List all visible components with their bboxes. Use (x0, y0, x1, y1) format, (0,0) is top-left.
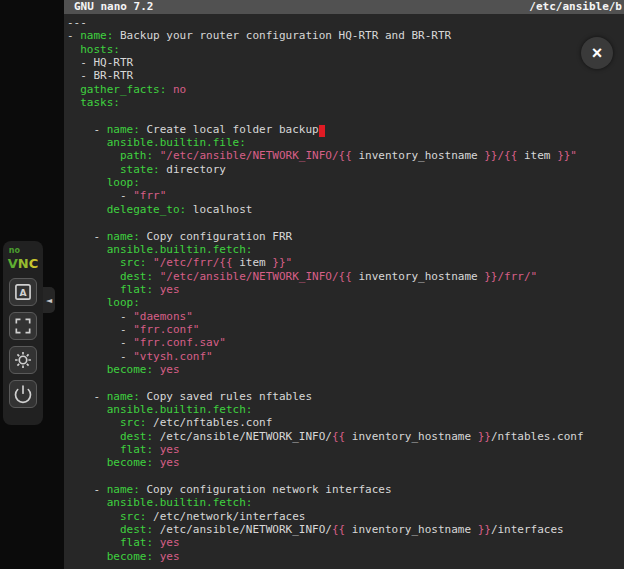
fullscreen-button[interactable] (9, 312, 37, 340)
code-line: flat: yes (67, 283, 624, 296)
controlbar-handle[interactable]: ◄ (43, 287, 55, 313)
code-token: Backup your router configuration HQ-RTR … (113, 29, 451, 42)
code-token: "daemons" (133, 310, 193, 323)
code-line: state: directory (67, 163, 624, 176)
code-token: src: (120, 510, 147, 523)
code-line: - name: Copy configuration network inter… (67, 483, 624, 496)
code-token (67, 163, 120, 176)
code-token: directory (160, 163, 226, 176)
code-line: - HQ-RTR (67, 56, 624, 69)
code-line (67, 470, 624, 483)
code-line (67, 109, 624, 122)
code-token: - BR-RTR (67, 69, 133, 82)
code-token: become: (107, 363, 153, 376)
code-line: gather_facts: no (67, 83, 624, 96)
code-token: - (67, 336, 133, 349)
code-token: no (173, 83, 186, 96)
svg-text:A: A (19, 287, 27, 298)
code-line: - name: Copy saved rules nftables (67, 390, 624, 403)
code-line: loop: (67, 296, 624, 309)
code-token: flat: (120, 536, 153, 549)
code-line: - "vtysh.conf" (67, 350, 624, 363)
code-token (67, 536, 120, 549)
code-token (67, 176, 107, 189)
code-token: - HQ-RTR (67, 56, 133, 69)
code-token: inventory_hostname (352, 149, 484, 162)
code-token: Copy saved rules nftables (140, 390, 312, 403)
power-button[interactable] (9, 380, 37, 408)
code-token: "frr.conf.sav" (133, 336, 226, 349)
code-token: /nftables.conf (491, 430, 584, 443)
code-token (67, 149, 120, 162)
code-token: name: (80, 29, 113, 42)
code-line: become: yes (67, 550, 624, 563)
code-line: become: yes (67, 456, 624, 469)
code-line: - name: Create local folder backup (67, 123, 624, 136)
code-line: delegate_to: localhost (67, 203, 624, 216)
code-line (67, 376, 624, 389)
code-token: dest: (120, 430, 153, 443)
code-line: tasks: (67, 96, 624, 109)
terminal-window[interactable]: GNU nano 7.2 /etc/ansible/b ---- name: B… (64, 0, 624, 569)
code-line: - "frr.conf" (67, 323, 624, 336)
code-line: ansible.builtin.fetch: (67, 243, 624, 256)
code-token: dest: (120, 523, 153, 536)
code-line: ansible.builtin.fetch: (67, 496, 624, 509)
vnc-logo-top: no (9, 247, 39, 255)
fullscreen-icon (13, 316, 33, 336)
code-token (67, 203, 107, 216)
code-token: }}/frr/" (484, 270, 537, 283)
code-line: src: /etc/network/interfaces (67, 510, 624, 523)
code-token: }}" (272, 256, 292, 269)
code-token: loop: (107, 176, 140, 189)
code-token (153, 270, 160, 283)
code-token: src: (120, 256, 147, 269)
code-line: - name: Copy configuration FRR (67, 230, 624, 243)
code-token: - (67, 350, 133, 363)
code-token: - (67, 323, 133, 336)
code-token: ansible.builtin.fetch: (107, 496, 253, 509)
code-token (67, 96, 80, 109)
code-token: flat: (120, 283, 153, 296)
nano-app-title: GNU nano 7.2 (74, 0, 153, 14)
keyboard-button[interactable]: A (9, 278, 37, 306)
code-token (67, 523, 120, 536)
code-token (67, 243, 107, 256)
code-token: yes (160, 283, 180, 296)
code-token: inventory_hostname (352, 270, 484, 283)
code-token: yes (160, 456, 180, 469)
close-button[interactable]: × (581, 37, 613, 69)
vnc-logo-text: VNC (8, 256, 39, 271)
code-token (67, 270, 120, 283)
code-token: - (67, 310, 133, 323)
text-cursor (319, 125, 326, 137)
code-token: /etc/network/interfaces (146, 510, 305, 523)
settings-button[interactable] (9, 346, 37, 374)
code-token: - (67, 123, 107, 136)
editor-content[interactable]: ---- name: Backup your router configurat… (64, 14, 624, 563)
code-token (67, 510, 120, 523)
code-line: src: "/etc/frr/{{ item }}" (67, 256, 624, 269)
code-token: --- (67, 16, 87, 29)
code-token: /interfaces (491, 523, 564, 536)
code-token: gather_facts: (80, 83, 166, 96)
code-token (67, 550, 107, 563)
code-token: "frr" (133, 189, 166, 202)
code-token: - (67, 483, 107, 496)
code-token: name: (107, 230, 140, 243)
code-token: path: (120, 149, 153, 162)
code-token (67, 456, 107, 469)
code-line: ansible.builtin.file: (67, 136, 624, 149)
code-token: inventory_hostname (345, 430, 477, 443)
vnc-logo: no VNC (8, 247, 39, 271)
code-token (67, 83, 80, 96)
chevron-left-icon: ◄ (46, 296, 52, 305)
code-token: inventory_hostname (345, 523, 477, 536)
code-token: dest: (120, 270, 153, 283)
code-token (67, 443, 120, 456)
code-line: become: yes (67, 363, 624, 376)
code-line: flat: yes (67, 443, 624, 456)
code-line: path: "/etc/ansible/NETWORK_INFO/{{ inve… (67, 149, 624, 162)
code-token: yes (160, 443, 180, 456)
code-token: "/etc/frr/{{ (153, 256, 232, 269)
